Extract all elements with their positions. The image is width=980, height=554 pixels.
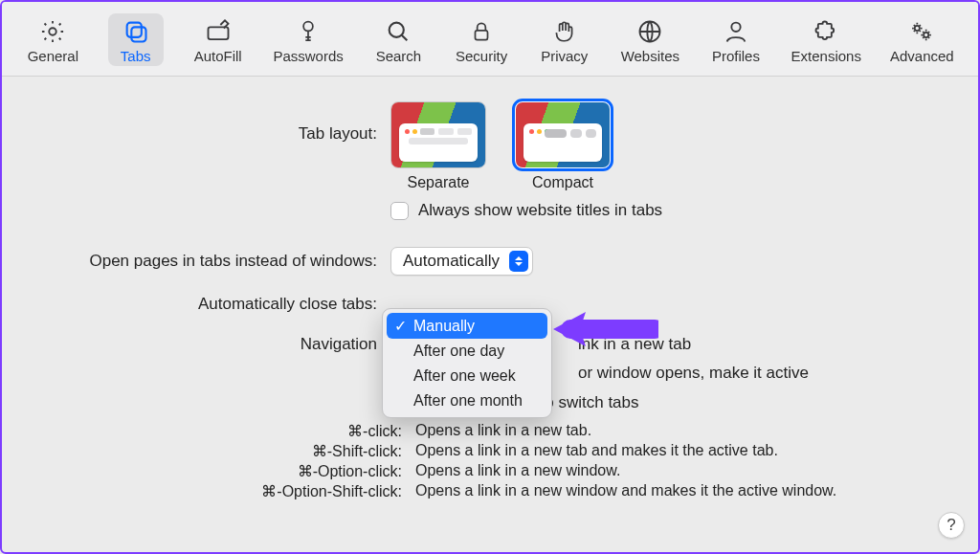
menu-item-label: After one day — [413, 343, 504, 360]
checkbox-label: Always show website titles in tabs — [418, 201, 662, 220]
tabs-preferences-pane: Tab layout: Separate — [2, 77, 978, 514]
auto-close-menu[interactable]: ✓ Manually After one day After one week … — [382, 308, 552, 418]
toolbar-label: Websites — [621, 48, 679, 64]
shortcut-desc: Opens a link in a new window. — [415, 462, 940, 480]
svg-point-9 — [915, 26, 920, 31]
svg-rect-3 — [208, 27, 228, 39]
layout-caption: Separate — [408, 174, 470, 191]
open-pages-popup[interactable]: Automatically — [390, 247, 533, 276]
menu-item-manually[interactable]: ✓ Manually — [387, 313, 547, 339]
key-icon — [294, 17, 323, 46]
toolbar-item-websites[interactable]: Websites — [619, 13, 681, 66]
svg-rect-6 — [476, 31, 488, 40]
open-pages-label: Open pages in tabs instead of windows: — [40, 252, 377, 271]
help-button[interactable]: ? — [938, 512, 965, 539]
auto-close-label: Automatically close tabs: — [40, 295, 377, 314]
menu-item-after-one-day[interactable]: After one day — [387, 339, 547, 364]
help-icon: ? — [947, 516, 955, 535]
toolbar-label: Search — [376, 48, 422, 64]
toolbar-item-profiles[interactable]: Profiles — [708, 13, 764, 66]
menu-item-label: After one week — [413, 367, 516, 385]
toolbar-label: Privacy — [541, 48, 588, 64]
checkbox-icon — [390, 202, 409, 220]
tab-layout-option-compact[interactable] — [515, 101, 611, 168]
shortcut-key: ⌘-Option-click: — [40, 462, 402, 480]
shortcut-row: ⌘-click: Opens a link in a new tab. — [40, 422, 940, 440]
toolbar-item-security[interactable]: Security — [453, 13, 509, 66]
gears-icon — [907, 17, 936, 46]
toolbar-item-passwords[interactable]: Passwords — [273, 13, 345, 66]
toolbar-item-autofill[interactable]: AutoFill — [190, 13, 246, 66]
toolbar-item-privacy[interactable]: Privacy — [537, 13, 592, 66]
chevron-up-down-icon — [509, 251, 528, 272]
hand-icon — [550, 17, 579, 46]
preferences-toolbar: General Tabs AutoFill Passwords Search S… — [2, 2, 978, 77]
toolbar-item-tabs[interactable]: Tabs — [108, 13, 164, 66]
magnify-icon — [384, 17, 412, 46]
navigation-label-partial: Navigation — [40, 335, 377, 354]
popup-value: Automatically — [403, 252, 509, 271]
svg-point-8 — [731, 23, 740, 32]
menu-item-after-one-month[interactable]: After one month — [387, 388, 547, 413]
shortcut-row: ⌘-Shift-click: Opens a link in a new tab… — [40, 442, 940, 460]
toolbar-label: Passwords — [273, 48, 343, 64]
toolbar-label: Tabs — [121, 48, 151, 64]
toolbar-item-general[interactable]: General — [25, 13, 81, 66]
menu-item-label: Manually — [413, 318, 475, 335]
puzzle-icon — [812, 17, 840, 46]
svg-point-0 — [50, 28, 56, 34]
toolbar-item-search[interactable]: Search — [370, 13, 426, 66]
shortcut-key: ⌘-Shift-click: — [40, 442, 402, 460]
toolbar-label: General — [28, 48, 78, 64]
toolbar-label: Extensions — [791, 48, 861, 64]
shortcut-desc: Opens a link in a new tab and makes it t… — [415, 442, 940, 460]
layout-caption: Compact — [532, 174, 593, 191]
shortcut-desc: Opens a link in a new tab. — [415, 422, 940, 440]
globe-icon — [635, 17, 664, 46]
shortcut-key: ⌘-click: — [40, 422, 402, 440]
toolbar-label: AutoFill — [194, 48, 242, 64]
toolbar-label: Profiles — [712, 48, 760, 64]
toolbar-label: Advanced — [890, 48, 954, 64]
open-new-tab-partial-text: ink in a new tab — [578, 335, 691, 354]
checkmark-icon: ✓ — [392, 317, 408, 335]
menu-item-after-one-week[interactable]: After one week — [387, 364, 547, 388]
make-active-partial-text: or window opens, make it active — [578, 364, 809, 383]
menu-item-label: After one month — [413, 392, 523, 410]
gear-icon — [38, 17, 67, 46]
pencil-card-icon — [204, 17, 233, 46]
toolbar-item-advanced[interactable]: Advanced — [889, 13, 955, 66]
svg-rect-1 — [126, 23, 141, 37]
svg-rect-2 — [131, 27, 145, 41]
tab-layout-option-separate[interactable] — [390, 101, 486, 168]
shortcut-key: ⌘-Option-Shift-click: — [40, 482, 402, 500]
shortcut-row: ⌘-Option-click: Opens a link in a new wi… — [40, 462, 940, 480]
svg-point-10 — [924, 33, 928, 37]
always-show-titles-checkbox[interactable]: Always show website titles in tabs — [390, 201, 662, 220]
toolbar-item-extensions[interactable]: Extensions — [791, 13, 862, 66]
shortcut-row: ⌘-Option-Shift-click: Opens a link in a … — [40, 482, 940, 500]
person-icon — [722, 17, 750, 46]
tabs-icon — [122, 17, 150, 46]
shortcut-desc: Opens a link in a new window and makes i… — [415, 482, 940, 500]
lock-icon — [467, 17, 496, 46]
svg-point-4 — [303, 22, 313, 32]
shortcuts-table: ⌘-click: Opens a link in a new tab. ⌘-Sh… — [40, 422, 940, 500]
tab-layout-label: Tab layout: — [40, 101, 377, 144]
toolbar-label: Security — [456, 48, 507, 64]
